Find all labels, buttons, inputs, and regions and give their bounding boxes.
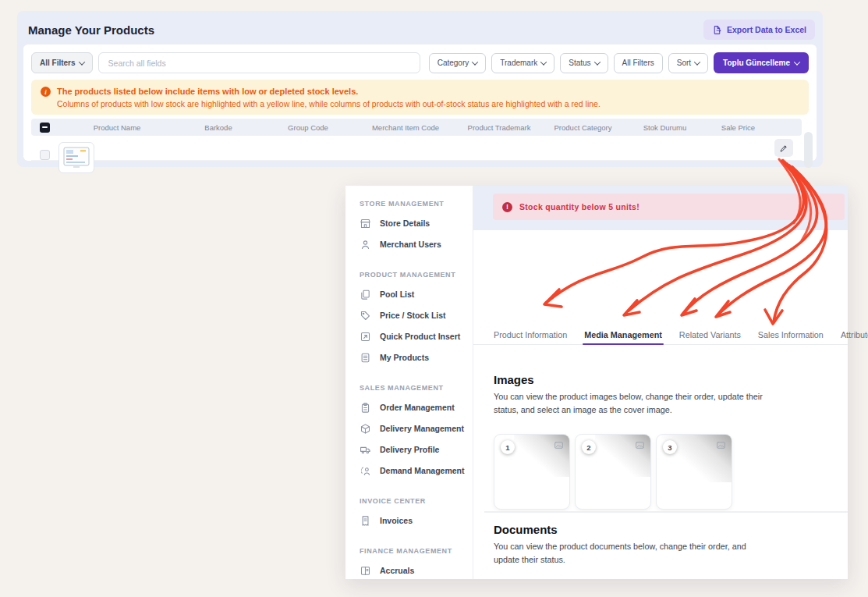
alert-text: Stock quantity below 5 units! (519, 202, 639, 211)
select-all-checkbox[interactable] (31, 123, 58, 133)
alert-icon (502, 202, 512, 212)
pencil-icon (779, 144, 788, 153)
documents-description: You can view the product documents below… (494, 540, 768, 566)
insert-arrow-icon (360, 331, 371, 343)
info-icon (41, 87, 51, 97)
image-icon (716, 440, 726, 450)
section-title: PRODUCT MANAGEMENT (360, 271, 473, 279)
trademark-filter-dropdown[interactable]: Trademark (491, 53, 554, 73)
tab-product-information[interactable]: Product Information (494, 325, 567, 344)
image-icon (635, 440, 645, 450)
sidebar-item-label: Merchant Users (380, 240, 441, 249)
person-icon (360, 239, 371, 251)
col-merchant-item-code: Merchant Item Code (355, 123, 456, 132)
tab-media-management[interactable]: Media Management (584, 325, 662, 344)
sidebar-item-label: My Products (380, 353, 429, 362)
col-group-code: Group Code (261, 123, 355, 132)
ledger-icon (360, 565, 371, 577)
chevron-down-icon (694, 59, 700, 65)
sidebar-item-label: Delivery Management (380, 424, 464, 433)
section-divider (484, 511, 848, 513)
sidebar-item-label: Order Management (380, 403, 455, 412)
products-page-card: Manage Your Products Export Data to Exce… (17, 11, 823, 167)
sidebar-section-store: STORE MANAGEMENT Store Details Merchant … (360, 200, 473, 251)
bulk-update-label: Toplu Güncelleme (723, 59, 790, 67)
row-checkbox[interactable] (40, 150, 50, 160)
table-scrollbar-thumb[interactable] (804, 132, 813, 168)
col-sale-price: Sale Price (706, 123, 771, 132)
receipt-icon (360, 515, 371, 527)
indeterminate-checkbox-icon (40, 123, 50, 133)
sidebar-item-my-products[interactable]: My Products (360, 351, 473, 364)
stock-alert-banner: Stock quantity below 5 units! (493, 194, 845, 220)
col-barkode: Barkode (175, 123, 261, 132)
sidebar-item-label: Store Details (380, 219, 430, 228)
sidebar-item-label: Quick Product Insert (380, 332, 460, 341)
panel-top-strip: Stock quantity below 5 units! (473, 186, 848, 230)
sidebar-item-delivery-management[interactable]: Delivery Management (360, 422, 473, 435)
sidebar-item-label: Accruals (380, 566, 414, 575)
detail-tabs: Product Information Media Management Rel… (473, 325, 848, 345)
status-filter-label: Status (569, 59, 590, 67)
images-description: You can view the product images below, c… (494, 390, 768, 416)
sidebar-item-price-stock-list[interactable]: Price / Stock List (360, 309, 473, 322)
search-input[interactable] (98, 52, 420, 73)
chevron-down-icon (472, 59, 478, 65)
product-detail-panel: STORE MANAGEMENT Store Details Merchant … (345, 186, 848, 579)
bulk-update-dropdown[interactable]: Toplu Güncelleme (714, 52, 809, 73)
section-title: FINANCE MANAGEMENT (360, 547, 473, 555)
col-product-trademark: Product Trademark (456, 123, 542, 132)
product-thumbnail[interactable] (58, 142, 94, 173)
tag-icon (360, 310, 371, 322)
all-filters-dropdown[interactable]: All Filters (31, 52, 93, 73)
tab-attributes[interactable]: Attributes (841, 325, 868, 344)
tab-related-variants[interactable]: Related Variants (679, 325, 741, 344)
demand-person-icon (360, 465, 371, 477)
sidebar-item-store-details[interactable]: Store Details (360, 217, 473, 229)
sidebar-item-demand-management[interactable]: Demand Management (360, 464, 473, 477)
image-card-3[interactable]: 3 (656, 434, 732, 510)
sidebar-item-delivery-profile[interactable]: Delivery Profile (360, 443, 473, 456)
section-title: SALES MANAGEMENT (360, 384, 473, 392)
export-data-button[interactable]: Export Data to Excel (703, 20, 815, 40)
sort-dropdown[interactable]: Sort (668, 53, 708, 73)
chevron-down-icon (78, 59, 84, 65)
image-card-2[interactable]: 2 (575, 434, 651, 510)
sidebar-item-order-management[interactable]: Order Management (360, 401, 473, 414)
sidebar-item-merchant-users[interactable]: Merchant Users (360, 238, 473, 251)
image-card-1[interactable]: 1 (494, 434, 570, 510)
tab-sales-information[interactable]: Sales Information (758, 325, 824, 344)
panel-main: Stock quantity below 5 units! Product In… (473, 186, 848, 579)
warning-text: The products listed below include items … (57, 86, 601, 110)
image-order-badge: 3 (663, 440, 677, 454)
sidebar-item-label: Delivery Profile (380, 445, 439, 454)
sidebar-item-quick-product-insert[interactable]: Quick Product Insert (360, 330, 473, 343)
category-filter-label: Category (438, 59, 469, 67)
col-product-category: Product Category (542, 123, 624, 132)
image-order-badge: 1 (501, 440, 515, 454)
pages-icon (360, 289, 371, 300)
edit-product-button[interactable] (774, 139, 793, 157)
chevron-down-icon (593, 59, 600, 65)
table-row[interactable] (31, 136, 802, 161)
warning-line1: The products listed below include items … (57, 86, 601, 98)
package-icon (360, 423, 371, 435)
all-filters-label: All Filters (40, 59, 76, 67)
sidebar-item-label: Price / Stock List (380, 311, 446, 320)
images-section: Images You can view the product images b… (494, 373, 848, 510)
all-filters-button[interactable]: All Filters (614, 53, 663, 73)
category-filter-dropdown[interactable]: Category (429, 53, 487, 73)
sidebar-item-accruals[interactable]: Accruals (360, 564, 473, 577)
images-heading: Images (494, 373, 848, 386)
documents-heading: Documents (494, 523, 848, 536)
page-title: Manage Your Products (28, 23, 154, 37)
image-order-badge: 2 (582, 440, 596, 454)
products-panel: All Filters Category Trademark Status Al… (23, 44, 817, 161)
all-filters-button-label: All Filters (622, 59, 654, 67)
storefront-icon (360, 218, 371, 229)
documents-section: Documents You can view the product docum… (494, 523, 848, 566)
status-filter-dropdown[interactable]: Status (560, 53, 608, 73)
section-title: INVOICE CENTER (360, 497, 473, 505)
sidebar-item-invoices[interactable]: Invoices (360, 514, 473, 527)
sidebar-item-pool-list[interactable]: Pool List (360, 288, 473, 300)
